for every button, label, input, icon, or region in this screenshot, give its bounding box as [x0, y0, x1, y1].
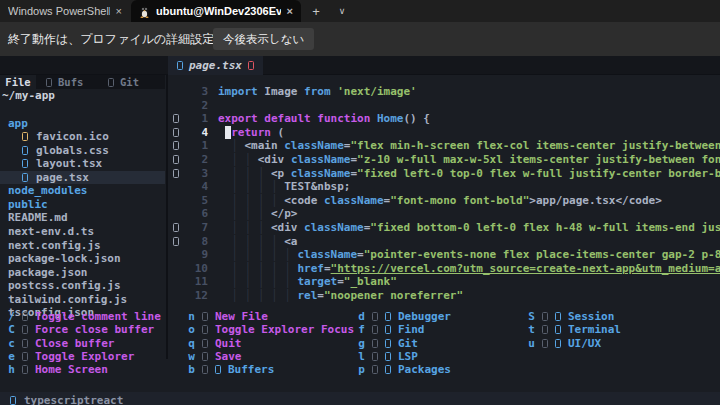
buffer-close-icon[interactable] — [248, 61, 254, 70]
whichkey-item-toggle-comment-line: /Toggle comment line — [8, 310, 161, 323]
code-line[interactable]: 8 │ │ │ │ <a — [168, 235, 720, 249]
group-folder-icon — [215, 365, 221, 374]
buffer-tab-page-tsx[interactable]: page.tsx — [168, 56, 263, 75]
indent-guide: │ │ │ │ │ — [218, 248, 297, 261]
whichkey-item-close-buffer: cClose buffer — [8, 337, 114, 350]
explorer-item-label: page.tsx — [36, 171, 89, 185]
group-folder-icon — [385, 352, 391, 361]
explorer-item-postcss.config.js[interactable]: postcss.config.js — [0, 279, 165, 293]
code-line[interactable]: 5 │ │ │ │ <code className="font-mono fon… — [168, 194, 720, 208]
code-line[interactable]: 2 │ │ <div className="z-10 w-full max-w-… — [168, 153, 720, 167]
tab-dropdown-button[interactable]: ∨ — [330, 0, 354, 22]
group-folder-icon — [555, 312, 561, 321]
whichkey-key: w — [188, 350, 195, 363]
explorer-item-favicon.ico[interactable]: favicon.ico — [0, 130, 165, 144]
whichkey-label: New File — [215, 310, 268, 323]
new-tab-button[interactable]: + — [304, 0, 328, 22]
code-segment: className — [291, 167, 351, 180]
explorer-item-package-lock.json[interactable]: package-lock.json — [0, 252, 165, 266]
indent-guide: │ │ │ │ │ — [218, 275, 297, 288]
close-tab-icon[interactable]: × — [287, 6, 293, 17]
code-line[interactable]: 9 │ │ │ │ │ className="pointer-events-no… — [168, 248, 720, 262]
whichkey-item-ui-ux: uUI/UX — [528, 337, 601, 350]
whichkey-key: S — [528, 310, 535, 323]
code-text: │ │ │ │ TEST&nbsp; — [218, 180, 350, 194]
code-segment: >app/page.tsx</code> — [529, 194, 661, 207]
whichkey-key: n — [188, 310, 195, 323]
explorer-item-app[interactable]: app — [0, 117, 165, 131]
code-line[interactable]: 10 │ │ │ │ │ href="https://vercel.com?ut… — [168, 262, 720, 276]
code-line[interactable]: 6 │ │ │ </p> — [168, 207, 720, 221]
code-line[interactable]: 4 return ( — [168, 126, 720, 140]
line-number: 4 — [180, 180, 208, 194]
line-number: 11 — [180, 275, 208, 289]
code-segment: Home — [377, 112, 404, 125]
explorer-item-globals.css[interactable]: globals.css — [0, 144, 165, 158]
explorer-root-path: ~/my-app — [2, 89, 55, 103]
terminal-tab-powershell[interactable]: Windows PowerShell × — [0, 0, 130, 22]
code-text: │ │ │ │ │ href="https://vercel.com?utm_s… — [218, 262, 720, 276]
file-icon — [22, 173, 28, 182]
code-line[interactable]: 3 │ │ │ <p className="fixed left-0 top-0… — [168, 167, 720, 181]
whichkey-item-new-file: nNew File — [188, 310, 268, 323]
whichkey-label: Toggle comment line — [35, 310, 161, 323]
code-line[interactable]: 11 │ │ │ │ │ target="_blank" — [168, 275, 720, 289]
code-text: │ │ <div className="z-10 w-full max-w-5x… — [218, 153, 720, 167]
whichkey-key: d — [358, 310, 365, 323]
code-line[interactable]: 3import Image from 'next/image' — [168, 85, 720, 99]
code-segment: "fixed bottom-0 left-0 flex h-48 w-full … — [370, 221, 720, 234]
code-line[interactable]: 2 — [168, 99, 720, 113]
separator-icon — [202, 352, 208, 361]
filetype-icon — [10, 396, 16, 405]
explorer-tab-git[interactable]: Git — [108, 75, 139, 89]
explorer-item-tailwind.config.js[interactable]: tailwind.config.js — [0, 293, 165, 307]
code-segment: import — [218, 85, 264, 98]
indent-guide: │ │ │ │ │ — [218, 289, 297, 302]
bufferline: page.tsx — [0, 56, 720, 75]
explorer-tab-bufs[interactable]: Bufs — [46, 75, 83, 89]
explorer-item-label: app — [8, 117, 28, 131]
explorer-item-next.config.js[interactable]: next.config.js — [0, 239, 165, 253]
group-folder-icon — [385, 339, 391, 348]
code-segment: "z-10 w-full max-w-5xl items-center just… — [357, 153, 720, 166]
buffers-icon — [46, 78, 52, 87]
explorer-item-page.tsx[interactable]: page.tsx — [0, 171, 165, 185]
code-segment: TEST&nbsp; — [284, 180, 350, 193]
code-segment: <a — [284, 235, 297, 248]
code-segment: Image — [264, 85, 304, 98]
terminal-tab-ubuntu[interactable]: ubuntu@WinDev2306Eval: ~/ı × — [131, 0, 301, 22]
file-icon — [22, 159, 28, 168]
code-line[interactable]: 7 │ │ │ <div className="fixed bottom-0 l… — [168, 221, 720, 235]
group-folder-icon — [555, 339, 561, 348]
dismiss-notification-button[interactable]: 今後表示しない — [213, 28, 314, 50]
explorer-item-README.md[interactable]: README.md — [0, 211, 165, 225]
whichkey-label: Debugger — [398, 310, 451, 323]
code-line[interactable]: 1export default function Home() { — [168, 112, 720, 126]
code-line[interactable]: 4 │ │ │ │ TEST&nbsp; — [168, 180, 720, 194]
whichkey-item-toggle-explorer-focus: oToggle Explorer Focus — [188, 323, 354, 336]
indent-guide: │ │ │ │ — [218, 235, 284, 248]
close-tab-icon[interactable]: × — [116, 6, 122, 17]
code-segment: = — [357, 248, 364, 261]
whichkey-item-debugger: dDebugger — [358, 310, 451, 323]
line-number: 2 — [180, 99, 208, 113]
code-line[interactable]: 1 │ <main className="flex min-h-screen f… — [168, 139, 720, 153]
line-number: 10 — [180, 262, 208, 276]
explorer-item-public[interactable]: public — [0, 198, 165, 212]
explorer-tab-file[interactable]: File — [0, 75, 36, 89]
indent-guide: │ │ — [218, 153, 258, 166]
code-line[interactable]: 12 │ │ │ │ │ rel="noopener noreferrer" — [168, 289, 720, 303]
whichkey-key: u — [528, 337, 535, 350]
explorer-item-layout.tsx[interactable]: layout.tsx — [0, 157, 165, 171]
code-text: │ │ │ │ │ className="pointer-events-none… — [218, 248, 720, 262]
whichkey-label: Session — [568, 310, 614, 323]
whichkey-key: q — [188, 337, 195, 350]
code-segment: = — [317, 289, 324, 302]
code-segment: target — [297, 275, 337, 288]
explorer-item-next-env.d.ts[interactable]: next-env.d.ts — [0, 225, 165, 239]
whichkey-key: p — [358, 363, 365, 376]
explorer-item-node_modules[interactable]: node_modules — [0, 184, 165, 198]
explorer-item-package.json[interactable]: package.json — [0, 266, 165, 280]
whichkey-item-toggle-explorer: eToggle Explorer — [8, 350, 134, 363]
explorer-item-label: favicon.ico — [36, 130, 109, 144]
